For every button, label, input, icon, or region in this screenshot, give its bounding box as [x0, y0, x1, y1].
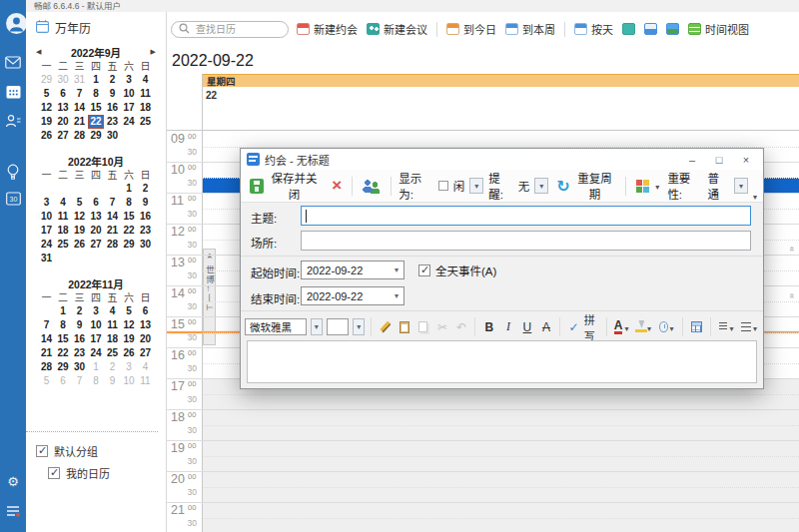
settings-icon[interactable]: ⚙ [0, 475, 26, 488]
minimize-button[interactable]: – [681, 154, 703, 166]
menu-icon[interactable] [0, 505, 26, 517]
next-month-icon[interactable]: ▶ [151, 48, 156, 56]
mini-day[interactable]: 30 [137, 238, 154, 252]
show-as-dropdown[interactable] [469, 178, 483, 194]
mini-day[interactable]: 17 [38, 224, 55, 238]
mini-day[interactable]: 13 [55, 101, 72, 115]
calendar-group-item[interactable]: 默认分组 [26, 440, 158, 462]
mini-day[interactable]: 8 [55, 318, 72, 332]
schedule-icon[interactable]: 30 [0, 192, 26, 206]
mini-day[interactable]: 21 [71, 115, 88, 129]
time-view-button[interactable]: 时间视图 [688, 21, 749, 37]
align-button[interactable] [717, 318, 736, 335]
close-button[interactable]: × [735, 154, 757, 166]
importance-dropdown[interactable] [734, 178, 748, 194]
search-input[interactable] [194, 23, 274, 36]
mini-day[interactable]: 4 [137, 360, 154, 374]
mini-day[interactable]: 3 [88, 304, 105, 318]
contacts-icon[interactable] [0, 114, 26, 128]
mini-day[interactable]: 24 [38, 238, 55, 252]
right-collapse-icon[interactable] [787, 293, 797, 303]
mini-day[interactable]: 19 [71, 224, 88, 238]
mini-day[interactable]: 19 [121, 332, 138, 346]
mini-day[interactable]: 8 [88, 87, 105, 101]
mini-day[interactable]: 22 [121, 224, 138, 238]
mini-day[interactable]: 28 [71, 129, 88, 143]
mini-day[interactable]: 18 [104, 332, 121, 346]
mini-day[interactable]: 1 [88, 360, 105, 374]
mini-day[interactable]: 7 [71, 374, 88, 388]
mini-day[interactable]: 1 [88, 73, 105, 87]
italic-button[interactable]: I [500, 318, 515, 335]
delete-button[interactable]: × [329, 177, 345, 195]
list-button[interactable] [739, 318, 759, 335]
calendar-icon[interactable] [0, 85, 26, 99]
mini-day[interactable]: 12 [38, 101, 55, 115]
prev-month-icon[interactable]: ◀ [36, 48, 41, 56]
mini-day[interactable]: 24 [88, 346, 105, 360]
mini-day[interactable]: 15 [88, 101, 105, 115]
mini-day[interactable]: 14 [104, 210, 121, 224]
mini-day[interactable]: 7 [71, 87, 88, 101]
location-field[interactable] [301, 231, 751, 251]
mini-day[interactable]: 1 [121, 182, 138, 196]
month-view-button[interactable] [644, 23, 657, 35]
mini-day[interactable]: 4 [104, 304, 121, 318]
goto-today-button[interactable]: 到今日 [446, 21, 496, 37]
mini-day[interactable]: 6 [55, 87, 72, 101]
mini-day[interactable]: 5 [38, 374, 55, 388]
mini-day[interactable]: 19 [38, 115, 55, 129]
mini-day[interactable]: 9 [71, 318, 88, 332]
mini-day[interactable]: 7 [104, 196, 121, 210]
insert-table-button[interactable] [689, 320, 704, 333]
mini-day[interactable]: 26 [38, 129, 55, 143]
new-meeting-button[interactable]: 新建会议 [367, 21, 427, 37]
start-date-select[interactable]: 2022-09-22 [301, 261, 404, 279]
mini-day[interactable]: 27 [137, 346, 154, 360]
mini-day[interactable]: 23 [71, 346, 88, 360]
body-editor[interactable] [247, 340, 757, 383]
mini-day[interactable]: 24 [121, 115, 138, 129]
checkbox[interactable] [48, 467, 60, 479]
mini-day[interactable]: 11 [137, 87, 154, 101]
mini-day[interactable]: 2 [137, 182, 154, 196]
day-view-button[interactable]: 按天 [574, 21, 613, 37]
invite-attendees-button[interactable] [360, 177, 384, 196]
mini-day[interactable]: 30 [104, 129, 121, 143]
calendar-group-item[interactable]: 我的日历 [26, 462, 158, 484]
mini-day[interactable]: 22 [55, 346, 72, 360]
mini-day[interactable]: 22 [88, 115, 105, 129]
mini-day[interactable]: 29 [55, 360, 72, 374]
mini-day[interactable]: 26 [121, 346, 138, 360]
mini-day[interactable]: 16 [137, 210, 154, 224]
location-input[interactable] [302, 233, 750, 251]
bold-button[interactable]: B [481, 319, 496, 335]
category-button[interactable] [633, 178, 662, 195]
mini-day[interactable]: 2 [104, 360, 121, 374]
checkbox[interactable] [418, 265, 430, 276]
paste-button[interactable] [397, 320, 411, 334]
mini-day[interactable]: 15 [121, 210, 138, 224]
mini-day[interactable]: 17 [88, 332, 105, 346]
mini-day[interactable]: 23 [137, 224, 154, 238]
search-calendar-box[interactable] [171, 21, 289, 38]
undo-button[interactable]: ↶ [453, 319, 468, 335]
mini-day[interactable]: 1 [55, 304, 72, 318]
mini-day[interactable]: 2 [104, 73, 121, 87]
mini-day[interactable]: 3 [121, 360, 138, 374]
mini-day[interactable]: 7 [38, 318, 55, 332]
mini-day[interactable]: 5 [38, 87, 55, 101]
mini-day[interactable]: 25 [104, 346, 121, 360]
mini-day[interactable]: 5 [71, 196, 88, 210]
mini-day[interactable]: 10 [88, 318, 105, 332]
mini-day[interactable]: 18 [137, 101, 154, 115]
mini-day[interactable]: 3 [38, 196, 55, 210]
mini-day[interactable]: 16 [104, 101, 121, 115]
save-and-close-button[interactable]: 保存并关闭 [247, 168, 324, 204]
mini-day[interactable]: 31 [71, 73, 88, 87]
mini-day[interactable]: 11 [104, 318, 121, 332]
mini-day[interactable]: 29 [88, 129, 105, 143]
mini-day[interactable]: 6 [137, 304, 154, 318]
end-date-select[interactable]: 2022-09-22 [301, 286, 404, 305]
mini-day[interactable]: 5 [121, 304, 138, 318]
